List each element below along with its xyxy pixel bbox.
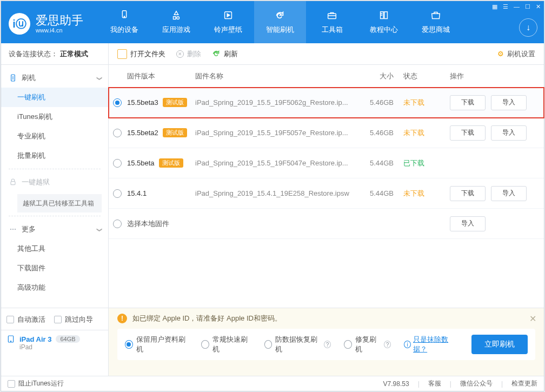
svg-point-6 [10,229,11,230]
flash-settings-button[interactable]: ⚙ 刷机设置 [497,49,535,59]
firmware-panel: 固件版本 固件名称 大小 状态 操作 15.5beta3测试版iPad_Spri… [109,65,544,308]
block-itunes-checkbox[interactable]: 阻止iTunes运行 [8,379,64,388]
sidebar-jailbreak[interactable]: 一键越狱 [1,172,108,192]
info-icon[interactable]: i [404,341,411,348]
nav-tutorials[interactable]: 教程中心 [358,1,410,43]
notice-close-button[interactable]: ✕ [529,314,536,324]
nav-ringtones[interactable]: 铃声壁纸 [202,1,254,43]
svg-point-1 [124,16,124,17]
app-header: ▦ ☰ — ☐ ✕ iⓤ 爱思助手 www.i4.cn 我的设备 应用游戏 [1,1,544,43]
lock-icon [9,178,17,187]
nav-my-device[interactable]: 我的设备 [98,1,150,43]
firmware-row[interactable]: 15.5beta3测试版iPad_Spring_2019_15.5_19F506… [109,88,544,118]
window-controls: ▦ ☰ — ☐ ✕ [492,3,541,10]
apps-icon [170,10,182,22]
firmware-status: 未下载 [403,189,447,198]
flash-now-button[interactable]: 立即刷机 [471,335,528,354]
delete-button[interactable]: ✕ 删除 [176,49,201,59]
row-radio[interactable] [113,220,122,228]
sidebar-advanced[interactable]: 高级功能 [1,278,108,297]
sidebar-pro-flash[interactable]: 专业刷机 [1,127,108,146]
sidebar-itunes-flash[interactable]: iTunes刷机 [1,107,108,127]
firmware-size: 5.44GB [357,189,403,197]
sidebar-other-tools[interactable]: 其他工具 [1,239,108,258]
help-icon[interactable]: ? [384,341,391,348]
download-icon: ↓ [526,23,530,32]
help-icon[interactable]: ? [324,341,331,348]
skip-guide-checkbox[interactable]: 跳过向导 [54,315,93,324]
sidebar-download-firmware[interactable]: 下载固件 [1,258,108,278]
opt-normal[interactable]: 常规快速刷机 [201,335,251,354]
refresh-button[interactable]: 刷新 [212,49,238,59]
wechat-link[interactable]: 微信公众号 [460,379,493,388]
firmware-version: 15.5beta2测试版 [127,128,195,137]
firmware-status: 未下载 [403,128,447,138]
sidebar-flash-root[interactable]: 刷机 ❯ [1,68,108,88]
import-button[interactable]: 导入 [491,95,527,110]
row-radio[interactable] [113,98,122,107]
svg-point-10 [10,341,11,342]
firmware-name: iPad_Spring_2019_15.4.1_19E258_Restore.i… [195,189,357,197]
chevron-down-icon: ❯ [97,227,103,231]
firmware-version: 选择本地固件 [127,219,195,229]
firmware-row[interactable]: 15.5beta2测试版iPad_Spring_2019_15.5_19F505… [109,118,544,148]
download-button[interactable]: 下载 [450,125,486,141]
nav-toolbox[interactable]: 工具箱 [306,1,358,43]
device-icon [118,10,130,22]
import-button[interactable]: 导入 [491,125,527,141]
import-button[interactable]: 导入 [450,216,486,231]
media-icon [222,10,234,22]
row-radio[interactable] [113,189,122,198]
book-icon [378,10,390,22]
open-folder-button[interactable]: 打开文件夹 [117,49,165,59]
brand-url: www.i4.cn [36,27,83,34]
firmware-row[interactable]: 选择本地固件导入 [109,209,544,239]
row-radio[interactable] [113,129,122,137]
brand-name: 爱思助手 [36,14,83,27]
maximize-icon[interactable]: ☐ [525,3,530,10]
opt-antirecover[interactable]: 防数据恢复刷机? [264,335,331,354]
toolbox-icon [326,10,338,22]
sidebar-more[interactable]: 更多 ❯ [1,220,108,239]
warning-icon: ! [117,314,127,323]
erase-only-link[interactable]: 只是抹除数据？ [413,335,458,354]
firmware-size: 5.46GB [357,98,403,107]
sidebar: 刷机 ❯ 一键刷机 iTunes刷机 专业刷机 批量刷机 一键越狱 越狱工具已转… [1,65,109,308]
connected-device[interactable]: iPad Air 3 64GB [6,335,103,343]
firmware-size: 5.46GB [357,129,403,137]
nav-flash[interactable]: 智能刷机 [254,1,306,43]
opt-repair[interactable]: 修复刷机? [344,335,391,354]
menu-icon[interactable]: ☰ [503,3,508,10]
firmware-name: iPad_Spring_2019_15.5_19F5062g_Restore.i… [195,98,357,107]
statusbar: 阻止iTunes运行 V7.98.53 | 客服 | 微信公众号 | 检查更新 [1,376,544,391]
customer-service-link[interactable]: 客服 [428,379,441,388]
close-icon[interactable]: ✕ [536,3,541,10]
nav-apps[interactable]: 应用游戏 [150,1,202,43]
svg-rect-5 [11,182,15,185]
row-radio[interactable] [113,159,122,168]
nav-store[interactable]: 爱思商城 [410,1,462,43]
import-button[interactable]: 导入 [491,186,527,201]
header-status: 状态 [403,71,447,81]
beta-badge: 测试版 [163,128,187,137]
flash-icon [9,74,17,82]
download-button[interactable]: 下载 [450,95,486,110]
firmware-version: 15.4.1 [127,189,195,197]
appleid-notice: ! 如已绑定 Apple ID，请准备好 Apple ID和密码。 [117,314,535,323]
auto-activate-checkbox[interactable]: 自动激活 [6,315,45,324]
download-button[interactable]: 下载 [450,186,486,201]
check-update-link[interactable]: 检查更新 [511,379,537,388]
firmware-version: 15.5beta3测试版 [127,98,195,107]
flash-options: 保留用户资料刷机 常规快速刷机 防数据恢复刷机? 修复刷机? i只是抹除数据？ … [117,329,535,360]
sidebar-onekey-flash[interactable]: 一键刷机 [1,88,108,107]
refresh-small-icon [212,50,221,58]
firmware-row[interactable]: 15.5beta测试版iPad_Spring_2019_15.5_19F5047… [109,148,544,178]
header-size: 大小 [357,71,403,81]
update-button[interactable]: ↓ [519,18,537,37]
firmware-row[interactable]: 15.4.1iPad_Spring_2019_15.4.1_19E258_Res… [109,178,544,209]
minimize-icon[interactable]: — [514,3,520,10]
header-version: 固件版本 [127,71,195,81]
sidebar-batch-flash[interactable]: 批量刷机 [1,146,108,165]
opt-keep-data[interactable]: 保留用户资料刷机 [125,335,188,354]
grid-icon[interactable]: ▦ [492,3,497,10]
